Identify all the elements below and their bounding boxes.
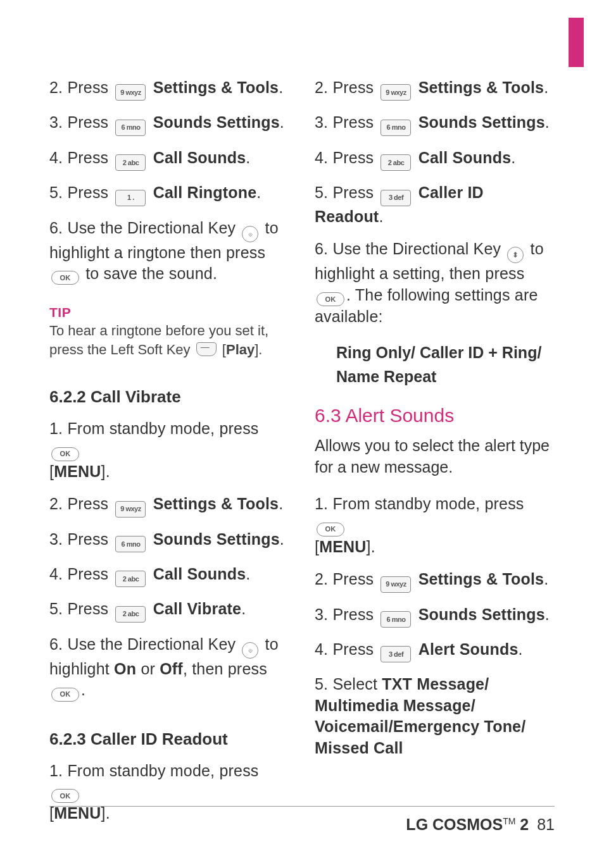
- text: .: [246, 565, 250, 583]
- label: Call Sounds: [153, 565, 246, 583]
- label: Call Sounds: [153, 149, 246, 166]
- heading-6-2-3: 6.2.3 Caller ID Readout: [49, 729, 289, 749]
- step-text: 5. Select TXT Message/ Multimedia Messag…: [315, 674, 555, 759]
- keypad-3-icon: 3 def: [381, 646, 411, 662]
- section-description: Allows you to select the alert type for …: [315, 435, 555, 478]
- text: 5. Press: [49, 183, 108, 201]
- text: . The following settings are available:: [315, 286, 538, 325]
- page-edge-tab: [569, 18, 584, 67]
- text: ].: [255, 342, 262, 357]
- keypad-9-icon: 9 wxyz: [115, 84, 146, 101]
- step-text: 4. Press 2 abc Call Sounds.: [315, 147, 555, 171]
- text: 1. From standby mode, press: [315, 495, 524, 512]
- step-text: 6. Use the Directional Key ⟐ to highligh…: [49, 634, 289, 702]
- step-text: 5. Press 2 abc Call Vibrate.: [49, 598, 289, 622]
- label: Settings & Tools: [418, 78, 544, 96]
- text: .: [280, 530, 284, 548]
- text: ].: [101, 462, 110, 480]
- right-column: 2. Press 9 wxyz Settings & Tools. 3. Pre…: [315, 77, 555, 786]
- text: 3. Press: [315, 605, 374, 623]
- heading-6-3: 6.3 Alert Sounds: [315, 405, 555, 426]
- text: 4. Press: [315, 149, 374, 166]
- page-body: 2. Press 9 wxyz Settings & Tools. 3. Pre…: [49, 77, 555, 786]
- label: Call Sounds: [418, 149, 512, 166]
- text: .: [379, 208, 383, 225]
- model-number: 2: [520, 815, 529, 833]
- text: .: [256, 183, 261, 201]
- keypad-9-icon: 9 wxyz: [381, 576, 411, 593]
- text: , then press: [183, 660, 267, 678]
- text: 3. Press: [49, 530, 108, 548]
- text: 3. Press: [315, 113, 374, 131]
- text: 1. From standby mode, press: [49, 419, 259, 437]
- text: 5. Press: [315, 183, 374, 201]
- keypad-2-icon: 2 abc: [115, 571, 146, 587]
- label: Alert Sounds: [418, 640, 519, 658]
- text: ].: [367, 538, 375, 555]
- text: .: [544, 78, 548, 96]
- text: 5. Press: [49, 600, 108, 617]
- directional-key-icon: ⟐: [242, 642, 258, 659]
- keypad-2-icon: 2 abc: [115, 606, 146, 623]
- text: .: [279, 495, 283, 512]
- step-text: 5. Press 1 . Call Ringtone.: [49, 182, 289, 206]
- left-soft-key-icon: [196, 342, 217, 356]
- left-column: 2. Press 9 wxyz Settings & Tools. 3. Pre…: [49, 77, 289, 786]
- step-text: 4. Press 2 abc Call Sounds.: [49, 564, 289, 587]
- text: .: [246, 149, 250, 166]
- text: .: [280, 113, 284, 131]
- step-text: 5. Press 3 def Caller ID Readout.: [315, 182, 555, 227]
- text: 4. Press: [315, 640, 374, 658]
- step-text: 2. Press 9 wxyz Settings & Tools.: [315, 77, 555, 101]
- ok-key-icon: OK: [51, 271, 79, 285]
- tip-body: To hear a ringtone before you set it, pr…: [49, 321, 289, 359]
- step-text: 1. From standby mode, press OK [MENU].: [315, 493, 555, 557]
- label: Settings & Tools: [418, 570, 544, 588]
- text: .: [511, 149, 515, 166]
- keypad-6-icon: 6 mno: [381, 611, 411, 628]
- keypad-9-icon: 9 wxyz: [381, 84, 411, 101]
- ok-key-icon: OK: [317, 523, 344, 536]
- step-text: 2. Press 9 wxyz Settings & Tools.: [315, 569, 555, 592]
- step-text: 3. Press 6 mno Sounds Settings.: [49, 529, 289, 552]
- heading-6-2-2: 6.2.2 Call Vibrate: [49, 387, 289, 407]
- step-text: 2. Press 9 wxyz Settings & Tools.: [49, 493, 289, 517]
- label: Call Ringtone: [153, 183, 257, 201]
- ok-key-icon: OK: [51, 688, 79, 702]
- text: 6. Use the Directional Key: [315, 240, 501, 257]
- step-text: 4. Press 2 abc Call Sounds.: [49, 147, 289, 171]
- label: Sounds Settings: [418, 605, 545, 623]
- keypad-2-icon: 2 abc: [381, 154, 411, 171]
- label: Sounds Settings: [153, 530, 280, 548]
- step-text: 2. Press 9 wxyz Settings & Tools.: [49, 77, 289, 101]
- page-footer: LG COSMOSTM 2 81: [49, 806, 555, 834]
- text: 6. Use the Directional Key: [49, 635, 236, 653]
- step-text: 3. Press 6 mno Sounds Settings.: [49, 112, 289, 135]
- brand-text: LG COSMOSTM 2: [406, 815, 533, 833]
- label: Settings & Tools: [153, 78, 279, 96]
- text: 5. Select: [315, 675, 377, 693]
- text: 2. Press: [49, 495, 108, 512]
- step-text: 4. Press 3 def Alert Sounds.: [315, 639, 555, 662]
- text: .: [81, 681, 85, 698]
- step-text: 1. From standby mode, press OK [MENU].: [49, 418, 289, 482]
- ok-key-icon: OK: [51, 789, 79, 803]
- text: .: [544, 570, 548, 588]
- text: .: [545, 605, 550, 623]
- play-label: Play: [226, 342, 255, 357]
- label: Sounds Settings: [153, 113, 280, 131]
- text: 2. Press: [315, 570, 374, 588]
- keypad-6-icon: 6 mno: [115, 536, 146, 552]
- step-text: 3. Press 6 mno Sounds Settings.: [315, 604, 555, 628]
- text: .: [241, 600, 246, 617]
- off-label: Off: [160, 660, 183, 678]
- trademark-icon: TM: [503, 816, 515, 826]
- menu-label: MENU: [54, 462, 101, 480]
- page-number: 81: [537, 815, 555, 833]
- directional-key-vertical-icon: ⬍: [507, 247, 524, 263]
- step-text: 3. Press 6 mno Sounds Settings.: [315, 112, 555, 135]
- keypad-2-icon: 2 abc: [115, 154, 146, 171]
- label: Call Vibrate: [153, 600, 242, 617]
- ok-key-icon: OK: [51, 447, 79, 461]
- text: .: [545, 113, 550, 131]
